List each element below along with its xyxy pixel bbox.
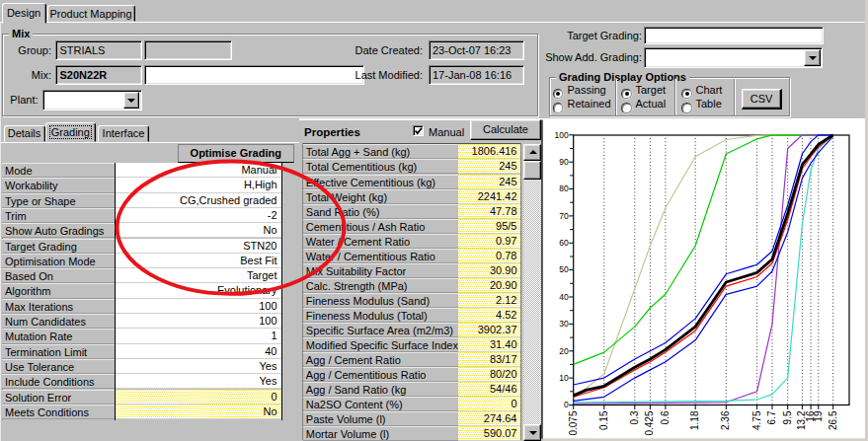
- svg-text:100: 100: [555, 130, 569, 140]
- svg-text:19: 19: [813, 410, 824, 422]
- svg-text:2.36: 2.36: [720, 410, 731, 430]
- svg-text:0.15: 0.15: [598, 410, 609, 430]
- svg-text:4.75: 4.75: [751, 410, 762, 430]
- svg-text:0.3: 0.3: [629, 410, 640, 424]
- svg-text:0: 0: [564, 400, 569, 409]
- svg-text:10: 10: [559, 373, 569, 383]
- svg-text:90: 90: [559, 157, 569, 167]
- svg-text:1.18: 1.18: [689, 410, 700, 430]
- svg-text:6.7: 6.7: [766, 410, 777, 424]
- svg-text:9.5: 9.5: [782, 410, 793, 424]
- svg-text:40: 40: [559, 292, 569, 302]
- svg-text:20: 20: [559, 346, 569, 356]
- svg-text:0.6: 0.6: [660, 410, 671, 424]
- svg-text:0.425: 0.425: [644, 410, 655, 435]
- svg-text:80: 80: [559, 184, 569, 193]
- svg-text:70: 70: [559, 211, 569, 221]
- svg-text:26.5: 26.5: [828, 410, 838, 430]
- svg-text:30: 30: [559, 319, 569, 329]
- svg-text:0.075: 0.075: [568, 410, 579, 435]
- svg-text:60: 60: [559, 238, 569, 248]
- svg-text:50: 50: [559, 264, 569, 274]
